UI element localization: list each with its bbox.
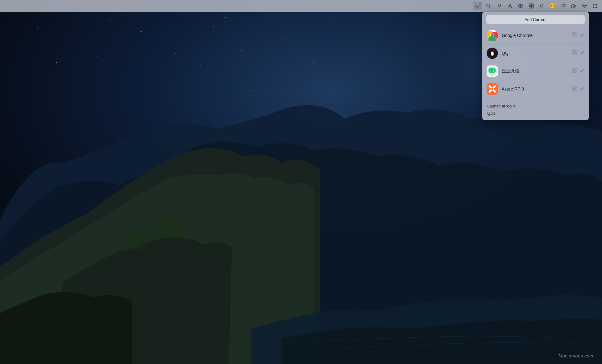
axure-rp9-actions: ✓ [572, 86, 584, 92]
menu-divider [482, 99, 589, 99]
svg-point-31 [593, 6, 594, 7]
svg-point-15 [97, 56, 98, 57]
axure-rp9-check-icon[interactable]: ✓ [580, 86, 584, 92]
qq-actions: ✓ [572, 50, 584, 57]
apps-grid-icon[interactable] [527, 2, 536, 10]
menubar: 🚀 12 [0, 0, 602, 12]
svg-rect-27 [531, 6, 533, 8]
notification-bell-icon[interactable] [537, 2, 546, 10]
enterprise-wechat-actions: ✓ [572, 68, 584, 75]
watermark: Mac.orsoon.com [559, 353, 593, 358]
svg-point-23 [520, 5, 521, 7]
svg-rect-78 [572, 89, 574, 91]
google-chrome-check-icon[interactable]: ✓ [580, 32, 584, 39]
google-chrome-label: Google Chrome [502, 33, 572, 38]
svg-point-36 [596, 7, 597, 8]
spotlight-icon[interactable] [484, 2, 493, 10]
svg-point-63 [491, 68, 496, 73]
app-item-axure-rp9[interactable]: Axure RP 9 ✓ [482, 80, 589, 98]
enterprise-wechat-check-icon[interactable]: ✓ [580, 68, 584, 75]
svg-point-6 [56, 62, 57, 63]
quit-item[interactable]: Quit [487, 110, 584, 117]
svg-point-12 [200, 65, 201, 66]
svg-rect-26 [529, 6, 531, 8]
qq-icon [487, 48, 498, 59]
axure-rp9-label: Axure RP 9 [502, 86, 572, 91]
svg-rect-59 [574, 53, 576, 55]
svg-rect-68 [572, 68, 574, 70]
cloud-upload-icon[interactable] [559, 2, 568, 10]
svg-point-54 [489, 52, 491, 54]
svg-point-75 [491, 88, 493, 90]
axure-rp9-icon [487, 83, 498, 95]
svg-point-19 [298, 87, 298, 88]
svg-point-30 [596, 4, 597, 5]
svg-point-64 [490, 70, 490, 70]
svg-point-28 [593, 4, 594, 5]
svg-rect-71 [574, 71, 576, 73]
svg-point-14 [62, 94, 63, 94]
svg-point-18 [266, 17, 267, 18]
svg-point-67 [494, 70, 494, 70]
qq-grid-icon[interactable] [572, 50, 577, 56]
svg-rect-42 [574, 33, 576, 34]
emoji-icon[interactable]: 😊 [548, 2, 557, 10]
launchpad-icon[interactable] [591, 2, 599, 10]
enterprise-wechat-grid-icon[interactable] [572, 68, 577, 74]
svg-rect-79 [574, 89, 576, 91]
wechat-icon[interactable] [569, 2, 578, 10]
qq-check-icon[interactable]: ✓ [580, 50, 584, 57]
svg-point-33 [596, 6, 597, 7]
svg-rect-41 [572, 33, 574, 34]
svg-point-11 [282, 37, 283, 38]
svg-point-2 [141, 31, 142, 32]
google-chrome-actions: ✓ [572, 32, 584, 39]
svg-point-29 [595, 4, 596, 5]
svg-rect-57 [574, 50, 576, 52]
svg-rect-56 [572, 50, 574, 52]
svg-point-35 [595, 7, 596, 8]
axure-rp9-grid-icon[interactable] [572, 86, 577, 92]
svg-point-8 [225, 17, 226, 18]
app-item-google-chrome[interactable]: Google Chrome ✓ [482, 27, 589, 44]
launch-at-login-item[interactable]: Launch at login [487, 102, 584, 110]
svg-rect-70 [572, 71, 574, 73]
app-item-enterprise-wechat[interactable]: 企业微信 ✓ [482, 62, 589, 80]
add-current-button[interactable]: Add Current [486, 15, 585, 24]
svg-rect-58 [572, 53, 574, 55]
svg-rect-77 [574, 86, 576, 88]
eye-icon[interactable] [516, 2, 525, 10]
calendar-icon[interactable]: 12 [495, 2, 504, 10]
svg-point-32 [595, 6, 596, 7]
svg-point-9 [109, 20, 110, 21]
gem-icon[interactable] [580, 2, 589, 10]
svg-point-53 [492, 50, 493, 52]
enterprise-wechat-icon [487, 65, 498, 77]
svg-point-55 [494, 52, 495, 54]
svg-point-50 [491, 53, 492, 54]
svg-rect-25 [531, 4, 533, 6]
svg-point-7 [175, 53, 176, 54]
svg-point-13 [135, 78, 135, 79]
svg-point-5 [251, 91, 251, 91]
qq-label: QQ [502, 51, 572, 56]
svg-point-3 [213, 26, 214, 27]
svg-rect-44 [574, 35, 576, 37]
menu-footer: Launch at login Quit [482, 101, 589, 117]
app-popup-menu: Add Current Google Chrome [482, 12, 589, 120]
google-chrome-grid-icon[interactable] [572, 32, 577, 39]
svg-point-40 [491, 34, 494, 37]
svg-point-34 [593, 7, 594, 8]
svg-point-51 [493, 53, 494, 54]
user-account-icon[interactable] [505, 2, 514, 10]
google-chrome-icon [487, 30, 498, 41]
svg-point-22 [509, 4, 511, 6]
svg-point-66 [493, 70, 493, 70]
launch-bar-icon[interactable]: 🚀 [473, 2, 482, 10]
app-item-qq[interactable]: QQ ✓ [482, 44, 589, 62]
svg-rect-76 [572, 86, 574, 88]
enterprise-wechat-label: 企业微信 [502, 68, 572, 74]
svg-point-52 [492, 54, 493, 55]
svg-point-17 [313, 62, 314, 63]
menubar-system-icons: 🚀 12 [473, 2, 599, 10]
